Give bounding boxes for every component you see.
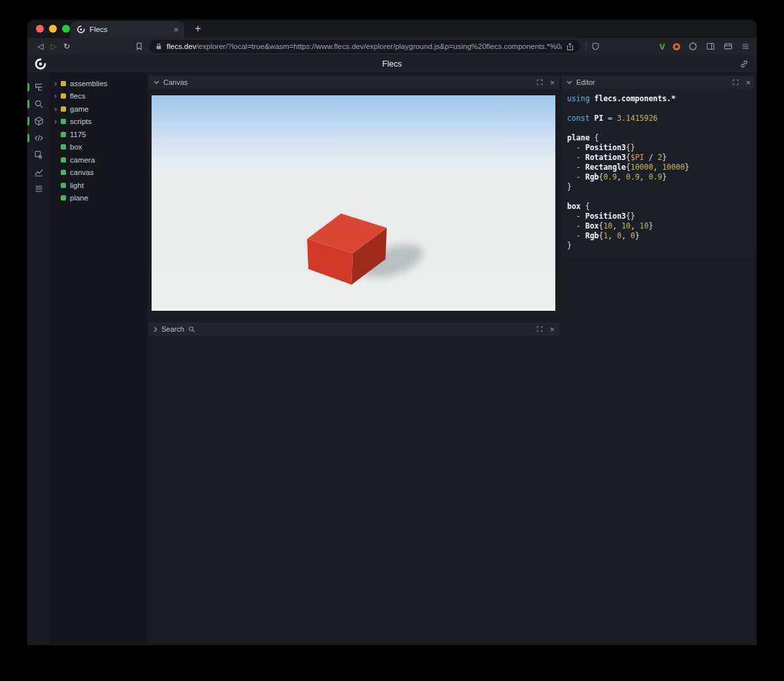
tree-item-flecs[interactable]: ›flecs	[50, 90, 147, 103]
collapse-chevron-icon[interactable]	[154, 80, 159, 84]
code-token: 0.9	[626, 172, 640, 182]
code-line: - Position3{}	[567, 212, 750, 221]
code-token: }	[662, 153, 666, 162]
editor-column: Editor × using flecs.components.* const …	[561, 73, 757, 644]
code-token: }	[649, 221, 653, 230]
expand-chevron-icon[interactable]: ›	[54, 92, 61, 100]
profile-card-icon[interactable]	[723, 42, 733, 51]
code-token: }	[662, 172, 666, 182]
tab-close-icon[interactable]: ×	[173, 25, 178, 34]
vimium-extension-icon[interactable]: V	[659, 42, 665, 52]
code-token: {}	[626, 143, 635, 152]
tree-item-1175[interactable]: 1175	[50, 128, 147, 141]
entity-label: flecs	[70, 92, 86, 100]
browser-tab[interactable]: Flecs ×	[71, 21, 184, 38]
traffic-light-zoom[interactable]	[62, 25, 70, 33]
entity-color-square-icon	[61, 132, 66, 137]
scene-3d-viewport[interactable]	[152, 95, 555, 311]
code-token: }	[685, 163, 689, 172]
expand-chevron-icon[interactable]: ›	[54, 118, 61, 125]
code-token: -	[567, 143, 585, 152]
tree-item-camera[interactable]: camera	[50, 153, 147, 166]
entity-label: plane	[70, 194, 88, 202]
tab-favicon-flecs-logo-icon	[76, 25, 86, 34]
chart-line-icon	[34, 167, 44, 177]
traffic-lights	[36, 25, 70, 33]
search-panel-title: Search	[161, 325, 184, 333]
code-line: - Rgb{1, 0, 0}	[567, 231, 750, 241]
forward-button[interactable]: ▷	[47, 42, 60, 51]
tree-item-light[interactable]: light	[50, 179, 147, 192]
tree-item-game[interactable]: ›game	[50, 103, 147, 116]
tree-item-plane[interactable]: plane	[50, 192, 147, 205]
shield-extension-icon[interactable]	[591, 42, 600, 51]
expand-panel-icon[interactable]	[536, 79, 543, 86]
code-token: 10	[621, 221, 630, 230]
share-icon[interactable]	[566, 42, 574, 51]
rail-item-code-editor[interactable]	[27, 129, 50, 146]
entity-color-square-icon	[61, 170, 66, 175]
code-token: -	[567, 163, 585, 172]
bookmark-icon[interactable]	[135, 42, 144, 51]
tree-item-box[interactable]: box	[50, 141, 147, 154]
url-bar[interactable]: flecs.dev/explorer/?local=true&wasm=http…	[149, 40, 580, 53]
url-host: flecs.dev	[167, 42, 196, 50]
rail-item-canvas-cube[interactable]	[27, 112, 50, 129]
code-token: Rectangle	[585, 163, 626, 172]
code-token: ,	[630, 221, 640, 230]
back-button[interactable]: ◁	[34, 42, 47, 51]
menu-icon[interactable]	[741, 42, 750, 50]
entity-label: camera	[70, 156, 95, 164]
entities-tree-icon	[34, 82, 44, 92]
expand-panel-icon[interactable]	[732, 79, 739, 86]
flecs-logo-icon[interactable]	[34, 57, 47, 71]
entity-color-square-icon	[61, 157, 66, 163]
traffic-light-minimize[interactable]	[49, 25, 57, 33]
reload-button[interactable]: ↻	[60, 42, 73, 51]
entity-label: scripts	[70, 118, 91, 125]
extensions-puzzle-icon[interactable]	[688, 42, 698, 52]
rail-item-charts[interactable]	[27, 163, 50, 180]
editor-panel: Editor × using flecs.components.* const …	[562, 76, 755, 259]
share-link-icon[interactable]	[740, 59, 749, 69]
code-token: -	[567, 153, 585, 162]
code-line: - Rotation3{$PI / 2}	[567, 153, 750, 163]
rail-item-search[interactable]	[27, 95, 50, 112]
side-panel-icon[interactable]	[706, 42, 715, 51]
orange-extension-icon[interactable]	[673, 43, 680, 50]
search-panel-header: Search ×	[149, 323, 559, 336]
close-panel-icon[interactable]: ×	[549, 78, 555, 87]
new-tab-button[interactable]: +	[195, 23, 201, 34]
code-token: {}	[626, 212, 635, 221]
canvas-panel-title: Canvas	[163, 78, 188, 86]
expand-chevron-icon[interactable]: ›	[54, 105, 61, 113]
tree-item-canvas[interactable]: canvas	[50, 166, 147, 180]
entity-label: assemblies	[70, 80, 108, 87]
rail-item-stats[interactable]	[27, 180, 50, 197]
lock-icon	[155, 42, 163, 50]
expand-panel-icon[interactable]	[536, 326, 543, 332]
code-token: 0	[630, 231, 635, 240]
close-panel-icon[interactable]: ×	[549, 325, 555, 334]
code-token: 3.1415926	[617, 114, 657, 123]
code-token: -	[567, 172, 585, 182]
collapse-chevron-icon[interactable]	[566, 80, 572, 84]
code-line: const PI = 3.1415926	[567, 114, 750, 123]
expand-chevron-icon[interactable]: ›	[54, 80, 61, 87]
code-token: flecs.components.*	[595, 94, 676, 103]
code-token: {	[581, 202, 590, 211]
tree-item-assemblies[interactable]: ›assemblies	[50, 77, 147, 90]
browser-window: Flecs × + ◁ ▷ ↻ flecs.dev/explorer/?loca…	[27, 20, 757, 645]
tree-item-scripts[interactable]: ›scripts	[50, 116, 147, 129]
entity-tree: ›assemblies›flecs›game›scripts1175boxcam…	[50, 73, 147, 644]
traffic-light-close[interactable]	[36, 25, 44, 33]
code-token: Position3	[585, 212, 626, 221]
code-token: /	[644, 153, 658, 162]
close-panel-icon[interactable]: ×	[745, 78, 751, 87]
rail-item-inspector[interactable]	[27, 146, 50, 163]
editor-code[interactable]: using flecs.components.* const PI = 3.14…	[562, 89, 755, 259]
code-line: - Rectangle{10000, 10000}	[567, 163, 750, 172]
expand-chevron-right-icon[interactable]	[154, 326, 157, 332]
rail-item-entities-tree[interactable]	[27, 78, 50, 95]
page-title: Flecs	[382, 59, 402, 69]
